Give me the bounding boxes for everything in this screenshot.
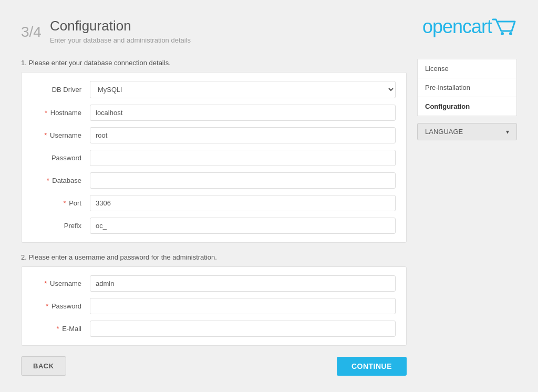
label-port: * Port (32, 199, 90, 207)
step-total: 4 (33, 24, 42, 40)
hostname-input[interactable] (90, 105, 396, 121)
label-database: * Database (32, 177, 90, 184)
required-star: * (47, 177, 49, 184)
language-button-label: LANGUAGE (425, 128, 463, 136)
admin-username-input[interactable] (90, 275, 396, 292)
button-row: BACK CONTINUE (21, 356, 407, 376)
logo-text: opencart (422, 16, 492, 38)
form-row-admin-email: * E-Mail (32, 321, 396, 337)
required-star: * (45, 109, 47, 117)
page-title: Configuration (50, 18, 191, 34)
label-db-driver: DB Driver (32, 86, 90, 94)
step-text: Configuration Enter your database and ad… (50, 16, 191, 44)
logo: opencart (422, 16, 517, 38)
label-admin-email: * E-Mail (32, 325, 90, 333)
admin-email-input[interactable] (90, 321, 396, 337)
required-star: * (56, 325, 59, 333)
language-button[interactable]: LANGUAGE (417, 123, 517, 140)
page-header: 3/4 Configuration Enter your database an… (21, 16, 517, 44)
database-input[interactable] (90, 172, 396, 189)
admin-password-input[interactable] (90, 298, 396, 314)
svg-point-0 (501, 32, 504, 35)
required-star: * (63, 199, 66, 207)
step-current: 3 (21, 24, 29, 40)
form-row-admin-username: * Username (32, 275, 396, 292)
main-layout: 1. Please enter your database connection… (21, 59, 517, 386)
admin-form-panel: * Username * Password * E-Mail (21, 266, 407, 346)
label-admin-password: * Password (32, 302, 90, 310)
sidebar-item-preinstallation[interactable]: Pre-installation (417, 78, 517, 97)
admin-section-title: 2. Please enter a username and password … (21, 253, 407, 261)
form-row-db-driver: DB Driver MySQLi MySQL (Deprecated) Post… (32, 81, 396, 98)
step-info: 3/4 Configuration Enter your database an… (21, 16, 191, 44)
db-form-panel: DB Driver MySQLi MySQL (Deprecated) Post… (21, 72, 407, 243)
prefix-input[interactable] (90, 218, 396, 234)
cart-icon (492, 17, 517, 36)
label-hostname: * Hostname (32, 109, 90, 117)
continue-button[interactable]: CONTINUE (337, 357, 407, 376)
content-area: 1. Please enter your database connection… (21, 59, 407, 386)
db-section-title: 1. Please enter your database connection… (21, 59, 407, 67)
form-row-database: * Database (32, 172, 396, 189)
sidebar: License Pre-installation Configuration L… (417, 59, 517, 386)
db-driver-select[interactable]: MySQLi MySQL (Deprecated) PostgreSQL (90, 81, 396, 98)
form-row-db-username: * Username (32, 127, 396, 143)
step-number: 3/4 (21, 16, 42, 41)
svg-point-1 (509, 32, 512, 35)
label-admin-username: * Username (32, 280, 90, 287)
label-db-username: * Username (32, 131, 90, 139)
required-star: * (46, 302, 48, 310)
form-row-admin-password: * Password (32, 298, 396, 314)
form-row-hostname: * Hostname (32, 105, 396, 121)
label-prefix: Prefix (32, 222, 90, 230)
port-input[interactable] (90, 195, 396, 211)
label-db-password: Password (32, 154, 90, 162)
sidebar-item-configuration[interactable]: Configuration (417, 97, 517, 116)
form-row-prefix: Prefix (32, 218, 396, 234)
db-password-input[interactable] (90, 150, 396, 166)
required-star: * (44, 280, 47, 287)
page-subtitle: Enter your database and administration d… (50, 36, 191, 44)
back-button[interactable]: BACK (21, 356, 66, 376)
form-row-db-password: Password (32, 150, 396, 166)
sidebar-item-license[interactable]: License (417, 59, 517, 78)
form-row-port: * Port (32, 195, 396, 211)
db-username-input[interactable] (90, 127, 396, 143)
required-star: * (44, 131, 47, 139)
